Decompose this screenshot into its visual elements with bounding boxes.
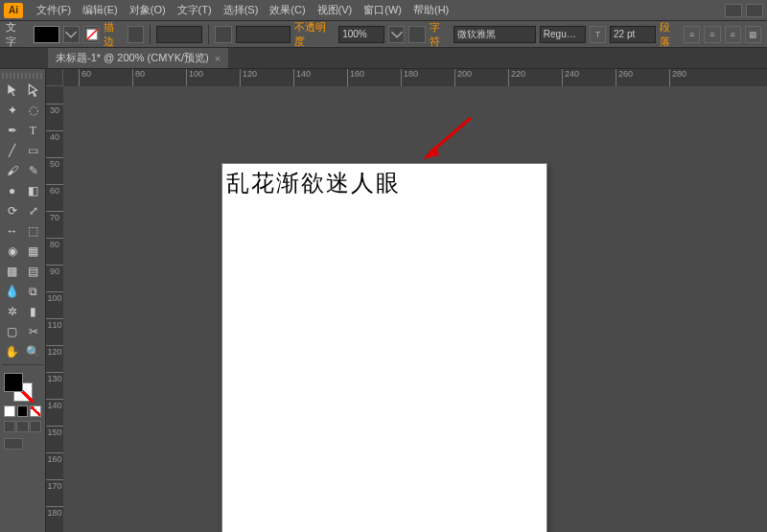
screen-mode[interactable] <box>4 438 23 450</box>
workspace-switcher[interactable] <box>725 4 742 17</box>
paintbrush-tool[interactable]: 🖌 <box>2 161 22 180</box>
magic-wand-tool[interactable]: ✦ <box>2 101 22 120</box>
brush-select[interactable] <box>236 26 291 43</box>
gradient-tool[interactable]: ▤ <box>23 262 43 281</box>
ruler-v-tick: 90 <box>46 265 63 276</box>
menu-help[interactable]: 帮助(H) <box>407 3 454 17</box>
document-tab[interactable]: 未标题-1* @ 200% (CMYK/预览) × <box>48 48 228 68</box>
line-tool[interactable]: ╱ <box>2 141 22 160</box>
tool-panel: ✦ ◌ ✒ T ╱ ▭ 🖌 ✎ ● ◧ ⟳ ⤢ ↔ ⬚ ◉ ▦ ▩ ▤ 💧 ⧉ … <box>0 69 46 532</box>
app-logo: Ai <box>4 3 23 18</box>
ruler-origin[interactable] <box>46 69 63 86</box>
ruler-h-tick: 180 <box>401 69 418 86</box>
svg-marker-3 <box>423 146 439 159</box>
ruler-v-tick: 120 <box>46 345 63 357</box>
eyedropper-tool[interactable]: 💧 <box>2 282 22 301</box>
swatch-black[interactable] <box>17 405 29 417</box>
panel-grip[interactable] <box>2 73 43 79</box>
align-left-icon[interactable]: ≡ <box>684 26 700 43</box>
menu-file[interactable]: 文件(F) <box>31 3 77 17</box>
width-tool[interactable]: ↔ <box>2 221 22 241</box>
perspective-tool[interactable]: ▦ <box>23 242 43 261</box>
svg-line-2 <box>430 118 471 153</box>
eraser-tool[interactable]: ◧ <box>23 181 43 200</box>
zoom-tool[interactable]: 🔍 <box>23 342 43 361</box>
ruler-h-tick: 200 <box>454 69 472 86</box>
ruler-v-tick: 130 <box>46 372 63 383</box>
stroke-dropdown[interactable] <box>128 26 144 43</box>
ruler-v-tick: 100 <box>46 291 63 303</box>
ruler-h-tick: 120 <box>240 69 257 86</box>
color-picker[interactable] <box>2 371 43 451</box>
stroke-label: 描边 <box>104 20 124 49</box>
selection-tool[interactable] <box>2 81 22 100</box>
artboard-tool[interactable]: ▢ <box>2 322 22 341</box>
lasso-tool[interactable]: ◌ <box>23 101 43 120</box>
rotate-tool[interactable]: ⟳ <box>2 201 22 220</box>
menu-window[interactable]: 窗口(W) <box>358 3 407 17</box>
font-family-select[interactable]: 微软雅黑 <box>453 26 536 43</box>
scale-tool[interactable]: ⤢ <box>23 201 43 220</box>
font-size-input[interactable] <box>610 26 656 43</box>
opacity-input[interactable] <box>338 26 384 43</box>
menu-effect[interactable]: 效果(C) <box>264 3 311 17</box>
draw-normal[interactable] <box>4 421 15 432</box>
ruler-h-tick: 160 <box>347 69 364 86</box>
free-transform-tool[interactable]: ⬚ <box>23 221 43 241</box>
pen-tool[interactable]: ✒ <box>2 121 22 140</box>
swatch-none[interactable] <box>30 405 41 417</box>
ruler-v-tick: 140 <box>46 399 63 410</box>
foreground-color[interactable] <box>4 373 23 392</box>
opacity-label: 不透明度 <box>294 20 335 49</box>
vertical-ruler[interactable]: 2030405060708090100110120130140150160170… <box>46 86 63 532</box>
align-center-icon[interactable]: ≡ <box>704 26 720 43</box>
panel-menu-icon[interactable]: ▦ <box>745 26 761 43</box>
ruler-v-tick: 110 <box>46 318 63 330</box>
ruler-v-tick: 20 <box>46 86 63 88</box>
fill-dropdown[interactable] <box>63 26 80 43</box>
swatch-white[interactable] <box>4 405 15 417</box>
ruler-h-tick: 100 <box>186 69 203 86</box>
horizontal-ruler[interactable]: 406080100120140160180200220240260280 <box>63 69 767 86</box>
close-tab-icon[interactable]: × <box>215 53 221 64</box>
ruler-v-tick: 30 <box>46 104 63 115</box>
annotation-arrow-icon <box>418 113 476 161</box>
blob-brush-tool[interactable]: ● <box>2 181 22 200</box>
slice-tool[interactable]: ✂ <box>23 322 43 341</box>
blend-tool[interactable]: ⧉ <box>23 282 43 301</box>
rectangle-tool[interactable]: ▭ <box>23 141 43 160</box>
hand-tool[interactable]: ✋ <box>2 342 22 361</box>
symbol-sprayer-tool[interactable]: ✲ <box>2 302 22 321</box>
ruler-v-tick: 40 <box>46 130 63 142</box>
mesh-tool[interactable]: ▩ <box>2 262 22 281</box>
draw-inside[interactable] <box>30 421 41 432</box>
column-graph-tool[interactable]: ▮ <box>23 302 43 321</box>
menu-type[interactable]: 文字(T) <box>172 3 218 17</box>
brush-definition[interactable] <box>215 26 231 43</box>
menu-edit[interactable]: 编辑(E) <box>77 3 124 17</box>
opacity-dropdown[interactable] <box>388 26 405 43</box>
no-fill-icon[interactable] <box>83 26 100 43</box>
fill-color-swatch[interactable] <box>34 26 59 43</box>
ruler-h-tick: 260 <box>616 69 633 86</box>
pencil-tool[interactable]: ✎ <box>23 161 43 180</box>
document-tab-title: 未标题-1* @ 200% (CMYK/预览) <box>56 51 209 65</box>
shape-builder-tool[interactable]: ◉ <box>2 242 22 261</box>
workspace-menu[interactable] <box>746 4 763 17</box>
canvas-area: 406080100120140160180200220240260280 203… <box>46 69 767 532</box>
align-right-icon[interactable]: ≡ <box>725 26 741 43</box>
type-tool[interactable]: T <box>23 121 43 140</box>
menu-select[interactable]: 选择(S) <box>218 3 265 17</box>
direct-selection-tool[interactable] <box>23 81 43 100</box>
text-object[interactable]: 乱花渐欲迷人眼 <box>226 168 401 198</box>
menu-view[interactable]: 视图(V) <box>312 3 359 17</box>
artboard[interactable]: 乱花渐欲迷人眼 <box>221 163 547 532</box>
canvas[interactable]: 乱花渐欲迷人眼 <box>63 86 767 532</box>
draw-behind[interactable] <box>16 421 28 432</box>
style-select[interactable] <box>408 26 425 43</box>
document-tab-bar: 未标题-1* @ 200% (CMYK/预览) × <box>0 48 767 69</box>
menu-object[interactable]: 对象(O) <box>124 3 172 17</box>
font-style-select[interactable]: Regu… <box>540 26 586 43</box>
stroke-weight[interactable] <box>156 26 202 43</box>
ruler-h-tick: 60 <box>79 69 91 86</box>
